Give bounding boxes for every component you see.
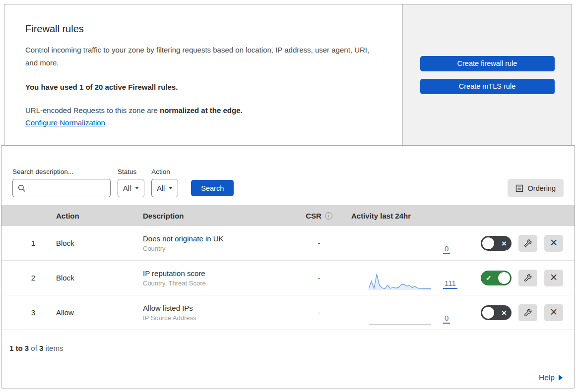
rule-action: Allow	[46, 308, 133, 317]
table-row: 1 Block Does not originate in UK Country…	[1, 226, 575, 261]
create-mtls-rule-button[interactable]: Create mTLS rule	[420, 79, 555, 94]
pagination-summary: 1 to 3 of 3 items	[1, 330, 575, 366]
check-icon: ✓	[486, 275, 492, 281]
of-text: of	[29, 344, 39, 352]
rule-enabled-toggle[interactable]: ✓ ×	[481, 271, 512, 285]
total-text: 3	[39, 344, 43, 352]
delete-rule-button[interactable]: ×	[544, 270, 563, 286]
rule-csr-value: -	[292, 274, 346, 282]
rule-priority: 1	[1, 239, 46, 247]
normalization-prefix: URL-encoded Requests to this zone are	[25, 106, 160, 114]
edit-rule-button[interactable]	[518, 235, 537, 252]
page-description: Control incoming traffic to your zone by…	[25, 44, 378, 70]
toggle-knob	[482, 237, 494, 249]
edit-rule-button[interactable]	[518, 270, 537, 286]
actions-panel: Create firewall rule Create mTLS rule	[402, 4, 572, 145]
search-button[interactable]: Search	[191, 180, 234, 196]
rule-csr-value: -	[292, 239, 346, 247]
rule-description-cell: Allow listed IPs IP Source Address	[133, 304, 292, 322]
ordering-button[interactable]: Ordering	[508, 179, 564, 197]
items-text: items	[43, 344, 63, 352]
configure-normalization-link[interactable]: Configure Normalization	[25, 118, 105, 127]
ordering-button-label: Ordering	[528, 184, 556, 192]
search-filter-group: Search description...	[12, 168, 111, 197]
wrench-icon	[523, 239, 532, 248]
action-dropdown-value: All	[157, 184, 165, 192]
rule-enabled-toggle[interactable]: ✓ ×	[481, 236, 512, 251]
help-link[interactable]: Help	[539, 373, 563, 382]
status-dropdown-value: All	[123, 184, 131, 192]
wrench-icon	[523, 274, 532, 282]
status-dropdown[interactable]: All	[118, 179, 144, 197]
x-icon: ×	[502, 308, 507, 317]
rule-controls: ✓ × ×	[473, 270, 575, 286]
rule-description: Allow listed IPs	[143, 304, 292, 312]
rule-description: IP reputation score	[143, 269, 292, 278]
info-icon[interactable]: i	[325, 212, 332, 220]
arrow-right-icon	[559, 375, 563, 381]
column-csr: CSR i	[292, 212, 346, 220]
column-activity: Activity last 24hr	[346, 212, 473, 220]
wrench-icon	[523, 308, 532, 317]
search-label: Search description...	[12, 168, 111, 175]
activity-sparkline	[369, 306, 431, 326]
delete-x-icon: ×	[550, 236, 558, 249]
rule-priority: 2	[1, 274, 46, 282]
activity-sparkline	[369, 236, 431, 256]
rule-enabled-toggle[interactable]: ✓ ×	[481, 305, 512, 320]
rule-csr-value: -	[292, 308, 346, 317]
delete-x-icon: ×	[550, 271, 558, 283]
rule-fields: Country	[143, 245, 292, 252]
search-box[interactable]	[12, 179, 111, 197]
activity-sparkline-svg	[369, 271, 431, 291]
activity-count-link[interactable]: 111	[443, 279, 457, 289]
status-label: Status	[118, 168, 144, 175]
delete-x-icon: ×	[550, 306, 558, 318]
delete-rule-button[interactable]: ×	[544, 235, 563, 252]
help-link-label: Help	[539, 373, 555, 382]
search-input[interactable]	[30, 184, 105, 193]
usage-text: You have used 1 of 20 active Firewall ru…	[25, 83, 382, 91]
rule-fields: IP Source Address	[143, 314, 292, 322]
filter-bar: Search description... Status All Action …	[1, 146, 575, 205]
edit-rule-button[interactable]	[518, 304, 537, 321]
normalization-bold: normalized at the edge.	[160, 106, 243, 114]
chevron-down-icon	[135, 187, 139, 189]
activity-count-link[interactable]: 0	[443, 244, 450, 254]
create-firewall-rule-button[interactable]: Create firewall rule	[420, 56, 555, 71]
rule-controls: ✓ × ×	[473, 304, 575, 321]
page-title: Firewall rules	[25, 23, 382, 35]
activity-count-link[interactable]: 0	[443, 314, 450, 324]
rules-list-card: Search description... Status All Action …	[1, 145, 575, 389]
table-row: 3 Allow Allow listed IPs IP Source Addre…	[1, 295, 575, 330]
toggle-knob	[498, 272, 510, 284]
rule-description-cell: IP reputation score Country, Threat Scor…	[133, 269, 292, 287]
firewall-rules-page: Firewall rules Control incoming traffic …	[0, 4, 576, 389]
rule-action: Block	[46, 274, 133, 282]
status-filter-group: Status All	[118, 168, 144, 197]
rule-description: Does not originate in UK	[143, 234, 292, 243]
column-description: Description	[133, 212, 292, 220]
range-text: 1 to 3	[9, 344, 29, 352]
rule-controls: ✓ × ×	[473, 235, 575, 252]
overview-card: Firewall rules Control incoming traffic …	[4, 4, 572, 145]
overview-text-block: Firewall rules Control incoming traffic …	[4, 4, 402, 145]
help-bar: Help	[1, 366, 575, 389]
rule-activity-cell: 0	[346, 300, 473, 326]
action-filter-group: Action All	[151, 168, 178, 197]
delete-rule-button[interactable]: ×	[544, 304, 563, 321]
activity-sparkline	[369, 271, 431, 291]
action-dropdown[interactable]: All	[151, 179, 178, 197]
toggle-knob	[482, 307, 494, 319]
table-row: 2 Block IP reputation score Country, Thr…	[1, 261, 575, 295]
chevron-down-icon	[169, 187, 173, 189]
rule-activity-cell: 0	[346, 230, 473, 256]
rule-fields: Country, Threat Score	[143, 280, 292, 287]
rule-description-cell: Does not originate in UK Country	[133, 234, 292, 252]
action-label: Action	[151, 168, 178, 175]
x-icon: ×	[502, 239, 507, 247]
column-csr-label: CSR	[306, 212, 321, 220]
rule-action: Block	[46, 239, 133, 247]
normalization-text: URL-encoded Requests to this zone are no…	[25, 106, 382, 114]
rule-priority: 3	[1, 308, 46, 317]
